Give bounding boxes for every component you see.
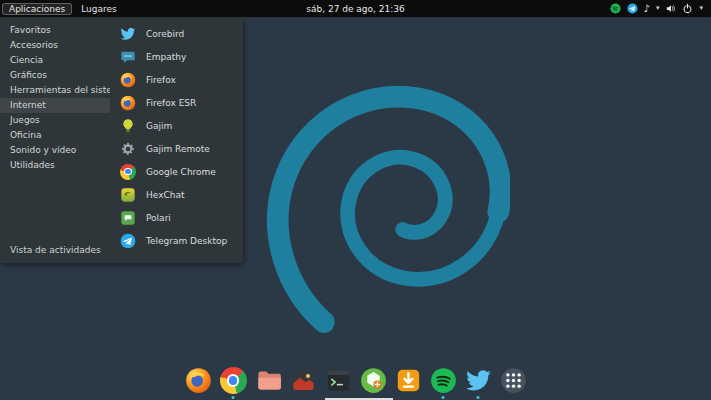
spotify-icon[interactable] — [610, 3, 621, 14]
category-accesorios[interactable]: Accesorios — [0, 38, 110, 53]
dock-item-firefox[interactable] — [185, 367, 212, 394]
files-folder-icon — [255, 367, 282, 394]
app-item-google-chrome[interactable]: Google Chrome — [112, 160, 242, 183]
telegram-icon[interactable] — [627, 3, 638, 14]
places-menu-button[interactable]: Lugares — [74, 3, 124, 15]
category-favoritos[interactable]: Favoritos — [0, 23, 110, 38]
app-item-firefox[interactable]: Firefox — [112, 68, 242, 91]
dock-item-app-grid[interactable] — [500, 367, 527, 394]
running-indicator-dot — [232, 396, 235, 399]
app-label: Gajim — [146, 121, 172, 131]
twitter-icon — [465, 367, 492, 394]
caret-down-icon[interactable]: ▾ — [699, 5, 703, 12]
app-item-polari[interactable]: Polari — [112, 206, 242, 229]
app-item-gajim-remote[interactable]: Gajim Remote — [112, 137, 242, 160]
dock-item-software-center[interactable] — [360, 367, 387, 394]
category-sonido-y-video[interactable]: Sonido y vídeo — [0, 143, 110, 158]
telegram-icon — [120, 233, 136, 249]
app-item-corebird[interactable]: Corebird — [112, 22, 242, 45]
music-note-icon[interactable]: ♪ — [644, 4, 650, 14]
downloads-icon — [395, 367, 422, 394]
category-utilidades[interactable]: Utilidades — [0, 158, 110, 173]
applications-menu-button[interactable]: Aplicaciones — [2, 3, 72, 15]
app-label: Corebird — [146, 29, 184, 39]
firefox-icon — [185, 367, 212, 394]
activities-overview-link[interactable]: Vista de actividades — [10, 245, 101, 255]
app-item-gajim[interactable]: Gajim — [112, 114, 242, 137]
software-center-icon — [360, 367, 387, 394]
app-item-empathy[interactable]: Empathy — [112, 45, 242, 68]
photos-app-icon — [290, 367, 317, 394]
dock-item-files[interactable] — [255, 367, 282, 394]
app-label: Gajim Remote — [146, 144, 210, 154]
power-icon[interactable] — [682, 3, 693, 14]
app-item-telegram-desktop[interactable]: Telegram Desktop — [112, 229, 242, 252]
hexchat-icon — [120, 187, 136, 203]
terminal-icon — [325, 367, 352, 394]
chrome-icon — [120, 164, 136, 180]
volume-icon[interactable] — [665, 3, 676, 14]
clock[interactable]: sáb, 27 de ago, 21:36 — [306, 4, 404, 14]
app-item-hexchat[interactable]: HexChat — [112, 183, 242, 206]
app-label: Google Chrome — [146, 167, 216, 177]
category-graficos[interactable]: Gráficos — [0, 68, 110, 83]
gear-icon — [120, 141, 136, 157]
twitter-bird-icon — [120, 26, 136, 42]
dock-item-chrome[interactable] — [220, 367, 247, 394]
category-list: Favoritos Accesorios Ciencia Gráficos He… — [0, 23, 110, 173]
running-indicator-dot — [477, 396, 480, 399]
app-label: Polari — [146, 213, 171, 223]
top-bar: Aplicaciones Lugares sáb, 27 de ago, 21:… — [0, 0, 711, 17]
dock-item-spotify[interactable] — [430, 367, 457, 394]
dock-item-twitter[interactable] — [465, 367, 492, 394]
app-grid-icon — [500, 367, 527, 394]
category-herramientas-del-sistema[interactable]: Herramientas del sistema — [0, 83, 110, 98]
chat-bubble-icon — [120, 49, 136, 65]
category-juegos[interactable]: Juegos — [0, 113, 110, 128]
polari-icon — [120, 210, 136, 226]
spotify-icon — [430, 367, 457, 394]
system-tray: ♪ ▾ ▾ — [610, 3, 711, 14]
dock-item-downloads[interactable] — [395, 367, 422, 394]
desktop: Aplicaciones Lugares sáb, 27 de ago, 21:… — [0, 0, 711, 400]
app-label: Firefox ESR — [146, 98, 196, 108]
caret-down-icon[interactable]: ▾ — [656, 5, 660, 12]
category-internet[interactable]: Internet — [0, 98, 110, 113]
debian-swirl-logo — [252, 58, 510, 334]
dock-item-terminal[interactable] — [325, 367, 352, 394]
lightbulb-icon — [120, 118, 136, 134]
firefox-icon — [120, 72, 136, 88]
dock-item-photos-app[interactable] — [290, 367, 317, 394]
app-list: Corebird Empathy Firefox Firefox ESR — [112, 22, 242, 252]
category-oficina[interactable]: Oficina — [0, 128, 110, 143]
app-label: Telegram Desktop — [146, 236, 227, 246]
running-indicator-dot — [442, 396, 445, 399]
category-ciencia[interactable]: Ciencia — [0, 53, 110, 68]
app-label: HexChat — [146, 190, 185, 200]
applications-menu-panel: Favoritos Accesorios Ciencia Gráficos He… — [0, 17, 243, 263]
app-label: Empathy — [146, 52, 186, 62]
dock — [185, 367, 527, 394]
app-label: Firefox — [146, 75, 176, 85]
chrome-icon — [220, 367, 247, 394]
firefox-icon — [120, 95, 136, 111]
app-item-firefox-esr[interactable]: Firefox ESR — [112, 91, 242, 114]
